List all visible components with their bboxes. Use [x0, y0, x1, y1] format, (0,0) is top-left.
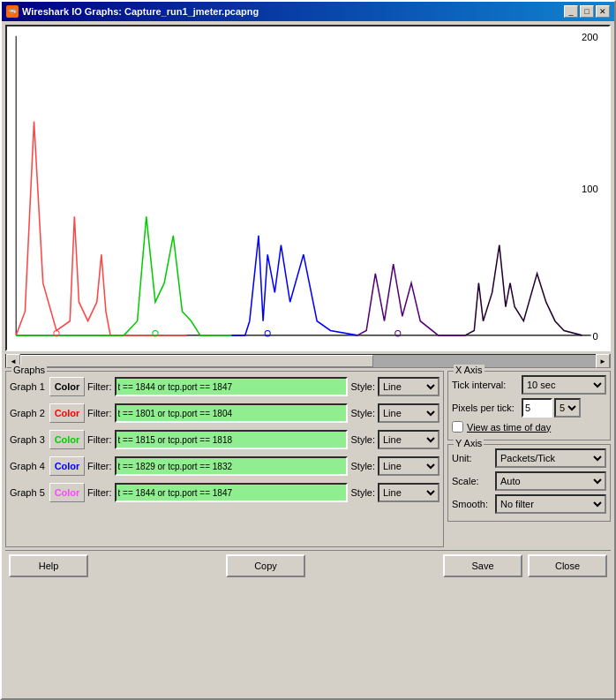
y-axis-title: Y Axis: [454, 438, 484, 448]
graphs-panel: Graphs Graph 1 Color Filter: Style: Line…: [5, 371, 444, 547]
smooth-label: Smooth:: [452, 499, 492, 509]
smooth-row: Smooth: No filter MA 5 MA 10: [452, 494, 606, 514]
filter-label-4: Filter:: [87, 461, 112, 471]
title-bar: 🦈 Wireshark IO Graphs: Capture_run1_jmet…: [2, 2, 614, 21]
filter-input-5[interactable]: [115, 483, 349, 502]
graph-label-5: Graph 5: [10, 487, 47, 498]
filter-input-3[interactable]: [115, 430, 349, 449]
unit-select[interactable]: Packets/Tick Bytes/Tick Bits/Tick: [495, 448, 606, 468]
graph-label-4: Graph 4: [10, 461, 47, 471]
x-axis-panel: X Axis Tick interval: 10 sec 1 sec 1 min…: [447, 371, 611, 440]
tick-interval-label: Tick interval:: [452, 380, 518, 390]
color-button-3[interactable]: Color: [49, 430, 85, 449]
chart-area: 200 100 0 0s 200s 400s 600s 800s 1000s: [5, 25, 611, 351]
graph-label-3: Graph 3: [10, 434, 47, 445]
scale-row: Scale: Auto Linear Log: [452, 471, 606, 491]
style-select-3[interactable]: LineImpulseFBarDot: [378, 430, 439, 449]
graph-row-2: Graph 2 Color Filter: Style: LineImpulse…: [10, 402, 439, 425]
bottom-right-buttons: Save Close: [443, 554, 607, 577]
title-bar-left: 🦈 Wireshark IO Graphs: Capture_run1_jmet…: [6, 5, 259, 18]
color-button-2[interactable]: Color: [49, 403, 85, 423]
svg-text:0: 0: [593, 331, 598, 342]
style-select-4[interactable]: LineImpulseFBarDot: [378, 456, 439, 476]
color-button-5[interactable]: Color: [49, 483, 85, 502]
y-axis-panel: Y Axis Unit: Packets/Tick Bytes/Tick Bit…: [447, 444, 611, 522]
pixels-per-tick-input[interactable]: [522, 398, 552, 418]
filter-label-1: Filter:: [87, 381, 112, 392]
content-area: 200 100 0 0s 200s 400s 600s 800s 1000s: [2, 21, 614, 698]
style-label-1: Style:: [350, 381, 375, 392]
tick-interval-row: Tick interval: 10 sec 1 sec 1 min 10 min: [452, 375, 606, 395]
color-button-1[interactable]: Color: [49, 377, 85, 396]
svg-text:100: 100: [582, 184, 598, 194]
graph-row-4: Graph 4 Color Filter: Style: LineImpulse…: [10, 455, 439, 478]
view-as-time-checkbox[interactable]: [452, 421, 463, 433]
graphs-panel-title: Graphs: [11, 365, 47, 375]
close-button-main[interactable]: Close: [528, 554, 607, 577]
help-button[interactable]: Help: [9, 554, 88, 577]
style-select-2[interactable]: LineImpulseFBarDot: [378, 403, 439, 423]
right-panel: X Axis Tick interval: 10 sec 1 sec 1 min…: [447, 371, 611, 547]
filter-label-2: Filter:: [87, 408, 112, 418]
pixels-per-tick-wrap: 5121020: [522, 398, 581, 418]
scrollbar-track[interactable]: [20, 355, 596, 367]
style-select-1[interactable]: LineImpulseFBarDot: [378, 377, 439, 396]
svg-text:200: 200: [582, 32, 598, 42]
graph-label-1: Graph 1: [10, 381, 47, 392]
filter-label-3: Filter:: [87, 434, 112, 445]
scale-select[interactable]: Auto Linear Log: [495, 471, 606, 491]
style-label-5: Style:: [350, 487, 375, 498]
tick-interval-select[interactable]: 10 sec 1 sec 1 min 10 min: [522, 375, 606, 395]
copy-button[interactable]: Copy: [226, 554, 305, 577]
scrollbar-thumb[interactable]: [20, 355, 373, 367]
maximize-button[interactable]: □: [580, 5, 594, 18]
color-button-4[interactable]: Color: [49, 456, 85, 476]
view-as-time-label[interactable]: View as time of day: [467, 422, 551, 433]
pixels-per-tick-select[interactable]: 5121020: [554, 398, 581, 418]
graph-label-2: Graph 2: [10, 408, 47, 418]
title-controls: _ □ ✕: [564, 5, 610, 18]
app-icon: 🦈: [6, 5, 19, 18]
filter-input-2[interactable]: [115, 403, 349, 423]
style-label-2: Style:: [350, 408, 375, 418]
minimize-button[interactable]: _: [564, 5, 578, 18]
graph-row-5: Graph 5 Color Filter: Style: LineImpulse…: [10, 481, 439, 504]
graph-row-3: Graph 3 Color Filter: Style: LineImpulse…: [10, 428, 439, 451]
smooth-select[interactable]: No filter MA 5 MA 10: [495, 494, 606, 514]
view-as-time-row: View as time of day: [452, 421, 606, 433]
unit-row: Unit: Packets/Tick Bytes/Tick Bits/Tick: [452, 448, 606, 468]
style-label-3: Style:: [350, 434, 375, 445]
scroll-right-button[interactable]: ►: [596, 354, 610, 368]
pixels-per-tick-row: Pixels per tick: 5121020: [452, 398, 606, 418]
graph-rows-container: Graph 1 Color Filter: Style: LineImpulse…: [10, 375, 439, 504]
pixels-per-tick-label: Pixels per tick:: [452, 403, 518, 413]
main-window: 🦈 Wireshark IO Graphs: Capture_run1_jmet…: [0, 0, 616, 700]
window-title: Wireshark IO Graphs: Capture_run1_jmeter…: [22, 6, 259, 17]
filter-input-4[interactable]: [115, 456, 349, 476]
bottom-bar: Help Copy Save Close: [5, 550, 611, 581]
filter-input-1[interactable]: [115, 377, 349, 396]
scale-label: Scale:: [452, 476, 492, 486]
close-button[interactable]: ✕: [596, 5, 610, 18]
horizontal-scrollbar[interactable]: ◄ ►: [5, 354, 611, 368]
middle-section: Graphs Graph 1 Color Filter: Style: Line…: [5, 371, 611, 547]
graph-row-1: Graph 1 Color Filter: Style: LineImpulse…: [10, 375, 439, 398]
filter-label-5: Filter:: [87, 487, 112, 498]
style-select-5[interactable]: LineImpulseFBarDot: [378, 483, 439, 502]
unit-label: Unit:: [452, 453, 492, 463]
x-axis-title: X Axis: [454, 365, 485, 375]
save-button[interactable]: Save: [443, 554, 522, 577]
io-graph-chart: 200 100 0 0s 200s 400s 600s 800s 1000s: [7, 26, 609, 350]
style-label-4: Style:: [350, 461, 375, 471]
